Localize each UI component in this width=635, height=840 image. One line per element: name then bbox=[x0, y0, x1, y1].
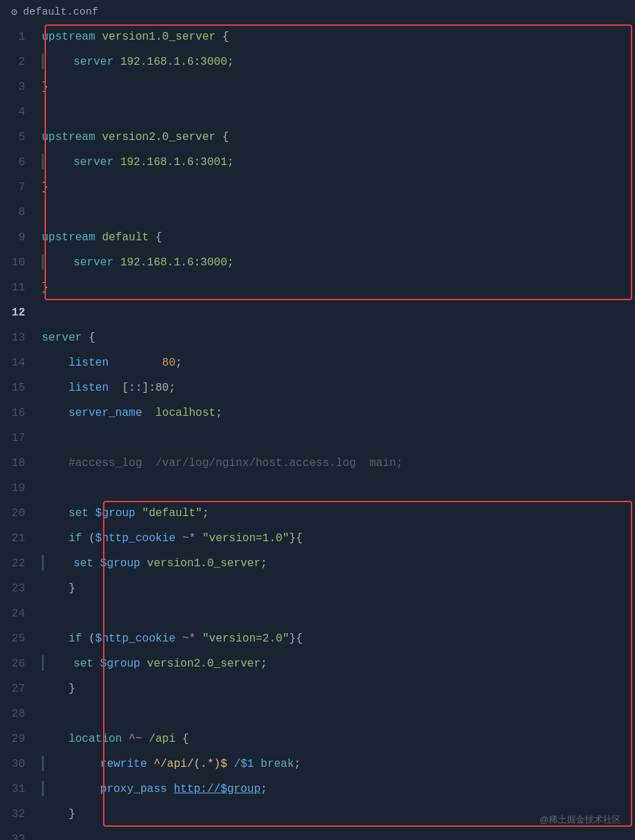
line-number: 16 bbox=[0, 407, 36, 419]
line-number: 15 bbox=[0, 382, 36, 394]
line-number: 18 bbox=[0, 457, 36, 469]
line-number: 23 bbox=[0, 582, 36, 595]
code-line: } bbox=[36, 676, 635, 701]
code-line: } bbox=[36, 75, 635, 100]
line-number: 2 bbox=[0, 56, 36, 68]
code-area: 1upstream version1.0_server {2 server 19… bbox=[0, 24, 635, 840]
line-number: 20 bbox=[0, 507, 36, 520]
line-number: 5 bbox=[0, 131, 36, 143]
line-number: 9 bbox=[0, 231, 36, 244]
code-line bbox=[36, 827, 635, 840]
line-number: 27 bbox=[0, 683, 36, 695]
line-number: 7 bbox=[0, 181, 36, 194]
table-row: 10 server 192.168.1.6:3000; bbox=[0, 250, 635, 275]
table-row: 25 if ($http_cookie ~* "version=2.0"}{ bbox=[0, 626, 635, 651]
table-row: 26 set $group version2.0_server; bbox=[0, 651, 635, 676]
code-line: } bbox=[36, 275, 635, 300]
table-row: 8 bbox=[0, 200, 635, 225]
code-line: server_name localhost; bbox=[36, 400, 635, 426]
table-row: 3} bbox=[0, 75, 635, 100]
line-number: 13 bbox=[0, 332, 36, 344]
line-number: 19 bbox=[0, 482, 36, 495]
table-row: 19 bbox=[0, 476, 635, 501]
line-number: 33 bbox=[0, 833, 36, 840]
code-line: set $group version1.0_server; bbox=[36, 551, 635, 576]
gear-icon: ⚙ bbox=[11, 6, 17, 19]
line-number: 4 bbox=[0, 106, 36, 118]
line-number: 21 bbox=[0, 532, 36, 545]
code-line bbox=[36, 300, 635, 325]
line-number: 22 bbox=[0, 557, 36, 570]
line-number: 11 bbox=[0, 281, 36, 294]
code-line: if ($http_cookie ~* "version=1.0"}{ bbox=[36, 526, 635, 551]
table-row: 2 server 192.168.1.6:3000; bbox=[0, 49, 635, 75]
code-line: proxy_pass http://$group; bbox=[36, 777, 635, 802]
code-line bbox=[36, 100, 635, 125]
line-number: 3 bbox=[0, 81, 36, 93]
table-row: 18 #access_log /var/log/nginx/host.acces… bbox=[0, 451, 635, 476]
table-row: 31 proxy_pass http://$group; bbox=[0, 777, 635, 802]
line-number: 24 bbox=[0, 607, 36, 620]
line-number: 8 bbox=[0, 206, 36, 219]
line-number: 29 bbox=[0, 733, 36, 745]
code-line: } bbox=[36, 175, 635, 200]
code-line: server 192.168.1.6:3000; bbox=[36, 49, 635, 75]
line-number: 1 bbox=[0, 31, 36, 43]
code-line: set $group "default"; bbox=[36, 501, 635, 526]
line-number: 10 bbox=[0, 256, 36, 269]
table-row: 15 listen [::]:80; bbox=[0, 375, 635, 400]
table-row: 27 } bbox=[0, 676, 635, 701]
code-line: #access_log /var/log/nginx/host.access.l… bbox=[36, 451, 635, 476]
code-line bbox=[36, 426, 635, 451]
table-row: 21 if ($http_cookie ~* "version=1.0"}{ bbox=[0, 526, 635, 551]
table-row: 28 bbox=[0, 701, 635, 726]
code-line: set $group version2.0_server; bbox=[36, 651, 635, 676]
table-row: 14 listen 80; bbox=[0, 350, 635, 375]
code-line bbox=[36, 200, 635, 225]
table-row: 29 location ^~ /api { bbox=[0, 726, 635, 752]
code-line bbox=[36, 701, 635, 726]
code-line: } bbox=[36, 576, 635, 601]
line-number: 12 bbox=[0, 306, 36, 319]
code-line: upstream default { bbox=[36, 225, 635, 250]
line-number: 26 bbox=[0, 658, 36, 670]
title-bar: ⚙ default.conf bbox=[0, 0, 635, 24]
table-row: 4 bbox=[0, 100, 635, 125]
line-number: 31 bbox=[0, 783, 36, 795]
table-row: 20 set $group "default"; bbox=[0, 501, 635, 526]
code-line: upstream version2.0_server { bbox=[36, 125, 635, 150]
code-line bbox=[36, 476, 635, 501]
line-number: 32 bbox=[0, 808, 36, 820]
table-row: 11} bbox=[0, 275, 635, 300]
table-row: 13server { bbox=[0, 325, 635, 350]
watermark: @稀土掘金技术社区 bbox=[540, 814, 621, 826]
table-row: 1upstream version1.0_server { bbox=[0, 24, 635, 49]
table-row: 24 bbox=[0, 601, 635, 626]
code-line: server 192.168.1.6:3000; bbox=[36, 250, 635, 275]
line-number: 6 bbox=[0, 156, 36, 169]
line-number: 17 bbox=[0, 432, 36, 444]
code-line: if ($http_cookie ~* "version=2.0"}{ bbox=[36, 626, 635, 651]
table-row: 5upstream version2.0_server { bbox=[0, 125, 635, 150]
table-row: 6 server 192.168.1.6:3001; bbox=[0, 150, 635, 175]
code-line: listen 80; bbox=[36, 350, 635, 375]
code-line: upstream version1.0_server { bbox=[36, 24, 635, 49]
table-row: 9upstream default { bbox=[0, 225, 635, 250]
table-row: 30 rewrite ^/api/(.*)$ /$1 break; bbox=[0, 752, 635, 777]
line-number: 25 bbox=[0, 632, 36, 645]
code-line: rewrite ^/api/(.*)$ /$1 break; bbox=[36, 752, 635, 777]
line-number: 14 bbox=[0, 357, 36, 369]
code-line: listen [::]:80; bbox=[36, 375, 635, 400]
code-line: server { bbox=[36, 325, 635, 350]
table-row: 22 set $group version1.0_server; bbox=[0, 551, 635, 576]
table-row: 33 bbox=[0, 827, 635, 840]
file-title: default.conf bbox=[23, 6, 98, 18]
line-number: 30 bbox=[0, 758, 36, 770]
table-row: 7} bbox=[0, 175, 635, 200]
table-row: 12 bbox=[0, 300, 635, 325]
table-row: 17 bbox=[0, 426, 635, 451]
table-row: 16 server_name localhost; bbox=[0, 400, 635, 426]
code-line: location ^~ /api { bbox=[36, 726, 635, 752]
code-line bbox=[36, 601, 635, 626]
table-row: 23 } bbox=[0, 576, 635, 601]
